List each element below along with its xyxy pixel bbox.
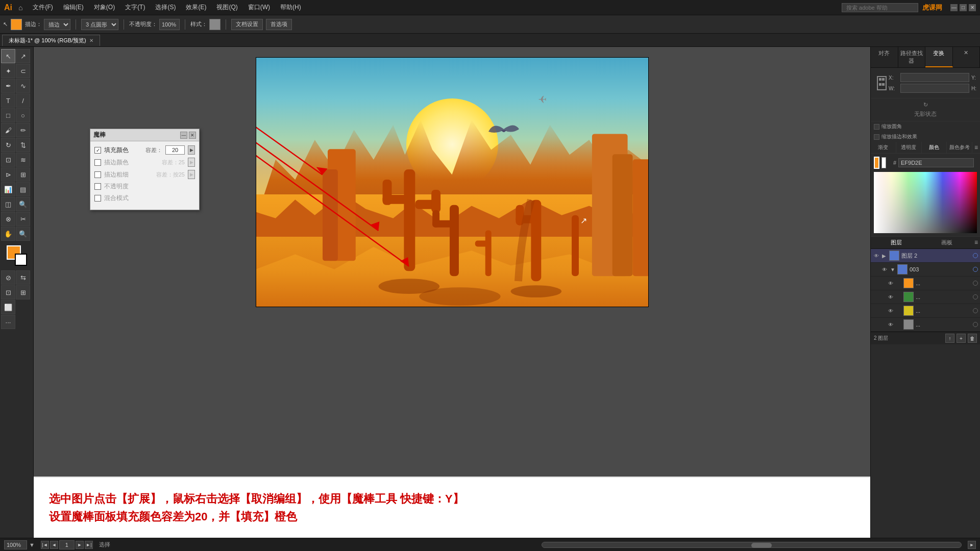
color-swatch-orange-main[interactable] [874,157,879,169]
search-input[interactable] [842,3,918,12]
preferences-button[interactable]: 首选项 [266,19,292,30]
free-transform-tool[interactable]: ⊞ [16,167,30,182]
panel-close-icon[interactable]: ✕ [953,47,981,67]
brush-tool[interactable]: 🖌 [1,123,15,137]
layer-expand-icon[interactable]: ▶ [882,253,887,259]
tab-layers[interactable]: 图层 [871,237,922,248]
fill-color-swatch[interactable] [11,19,22,30]
zoom-input[interactable] [4,540,27,549]
layer-003-eye[interactable]: 👁 [881,266,888,273]
gradient-tool[interactable]: ◫ [1,197,15,211]
chart-tool[interactable]: 📊 [1,182,15,196]
menu-window[interactable]: 窗口(W) [244,2,274,13]
background-color[interactable] [15,254,27,266]
magic-wand-tool[interactable]: ✦ [1,64,15,78]
style-swatch[interactable] [209,19,220,30]
create-layer-btn[interactable]: + [957,334,966,343]
tab-gradient[interactable]: 渐变 [871,142,896,153]
ellipse-tool[interactable]: ○ [16,108,30,122]
reflect-tool[interactable]: ⇅ [16,138,30,152]
blend-mode-checkbox[interactable] [94,195,101,202]
document-tab[interactable]: 未标题-1* @ 100% (RGB/预览) ✕ [2,35,100,46]
color-spectrum-area[interactable] [874,172,977,233]
menu-file[interactable]: 文件(F) [29,2,57,13]
fill-tolerance-input[interactable] [165,145,185,155]
tab-align[interactable]: 对齐 [871,47,898,67]
layer-row-1[interactable]: 👁 ... [871,277,980,290]
close-button[interactable]: ✕ [969,4,976,11]
layer-003-circle[interactable] [973,267,978,272]
fill-tolerance-increment[interactable]: ▶ [188,145,195,155]
delete-layer-btn[interactable]: 🗑 [968,334,977,343]
rotate-tool[interactable]: ↻ [1,138,15,152]
layer-row-4[interactable]: 👁 ... [871,318,980,332]
color-swatch-white[interactable] [881,157,886,168]
zoom-dropdown-icon[interactable]: ▼ [29,542,35,548]
layer-r1-circle[interactable] [973,281,978,286]
layer-r2-eye[interactable]: 👁 [887,293,894,300]
color-spectrum[interactable] [874,172,977,233]
menu-help[interactable]: 帮助(H) [276,2,305,13]
menu-object[interactable]: 对象(O) [90,2,119,13]
hex-color-input[interactable] [898,158,974,167]
line-tool[interactable]: / [16,93,30,108]
page-number-input[interactable] [59,540,75,549]
opacity-checkbox[interactable] [94,183,101,190]
stroke-color-checkbox[interactable] [94,159,101,166]
opacity-input[interactable] [159,19,180,30]
screen-mode-btn[interactable]: ⊡ [1,285,15,299]
direct-select-tool[interactable]: ↗ [16,49,30,63]
scroll-right-btn[interactable]: ► [968,541,976,549]
transform-anchor-icon[interactable] [877,76,887,90]
artboard-tool[interactable]: ⬜ [1,300,15,314]
color-panel-menu-icon[interactable]: ≡ [972,142,980,153]
last-page-btn[interactable]: ►| [85,541,93,549]
lasso-tool[interactable]: ⊂ [16,64,30,78]
stroke-type-dropdown[interactable]: 描边 [44,19,70,30]
tab-pathfinder[interactable]: 路径查找器 [898,47,926,67]
home-icon[interactable]: ⌂ [18,4,22,12]
select-tool[interactable]: ↖ [1,49,15,63]
layer-r3-circle[interactable] [973,308,978,313]
tab-close-icon[interactable]: ✕ [89,38,93,43]
brush-select[interactable]: 3 点圆形 [81,19,118,30]
menu-effect[interactable]: 效果(E) [182,2,210,13]
move-layer-up-btn[interactable]: ↑ [945,334,954,343]
more-tools-btn[interactable]: ··· [1,315,15,329]
layer-row-2[interactable]: 👁 ... [871,290,980,304]
rect-tool[interactable]: □ [1,108,15,122]
layer-r4-eye[interactable]: 👁 [887,321,894,328]
stroke-width-increment[interactable]: ▶ [188,170,195,179]
scale-corners-checkbox[interactable] [874,124,879,130]
maximize-button[interactable]: □ [960,4,967,11]
tab-color-guide[interactable]: 颜色参考 [947,142,972,153]
pen-tool[interactable]: ✒ [1,79,15,93]
tab-artboards[interactable]: 画板 [922,237,973,248]
text-tool[interactable]: T [1,93,15,108]
bar-chart-tool[interactable]: ▤ [16,182,30,196]
blend-tool[interactable]: ⊗ [1,212,15,226]
layer-row-003[interactable]: 👁 ▼ 003 [871,263,980,277]
minimize-button[interactable]: — [950,4,958,11]
artwork-canvas[interactable]: ✈ [256,57,649,307]
pencil-tool[interactable]: ✏ [16,123,30,137]
fill-color-checkbox[interactable] [94,147,101,154]
scale-stroke-checkbox[interactable] [874,134,879,140]
layer-row-3[interactable]: 👁 ... [871,304,980,318]
tab-transparency[interactable]: 透明度 [896,142,922,153]
menu-text[interactable]: 文字(T) [121,2,149,13]
hand-tool[interactable]: ✋ [1,227,15,241]
layer-eye-icon[interactable]: 👁 [873,252,880,259]
panel-minimize-btn[interactable]: — [180,132,187,139]
layer-r2-circle[interactable] [973,294,978,299]
zoom-tool[interactable]: 🔍 [16,227,30,241]
panel-titlebar[interactable]: 魔棒 — ✕ [90,129,199,141]
next-page-btn[interactable]: ► [76,541,84,549]
layer-row-layer2[interactable]: 👁 ▶ 图层 2 [871,249,980,263]
stroke-tolerance-increment[interactable]: ▶ [188,158,195,167]
menu-edit[interactable]: 编辑(E) [59,2,88,13]
curvature-tool[interactable]: ∿ [16,79,30,93]
first-page-btn[interactable]: |◄ [41,541,49,549]
x-input[interactable] [900,73,969,82]
w-input[interactable] [900,84,969,93]
